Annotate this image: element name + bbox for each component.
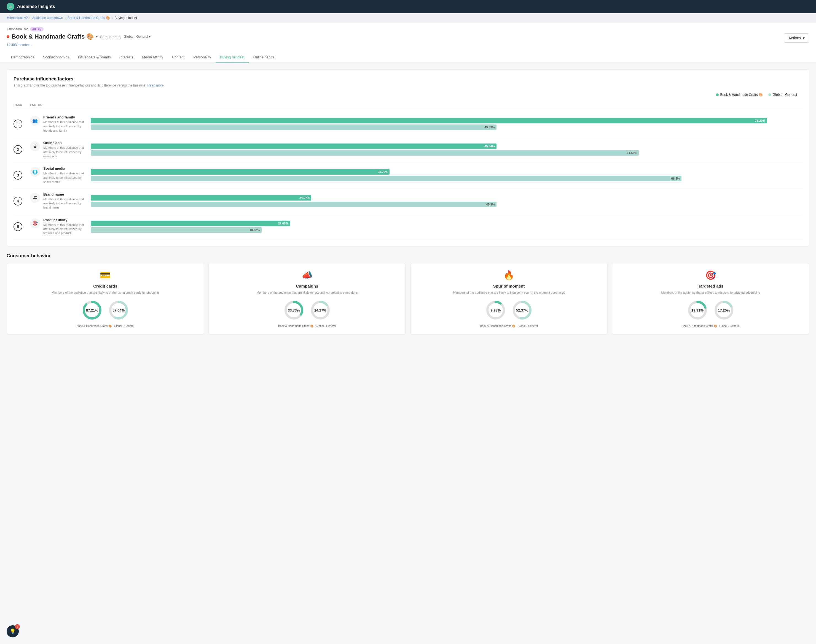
- bars-container: 24.97% 45.3%: [91, 195, 802, 207]
- tab-interests[interactable]: Interests: [115, 52, 138, 63]
- factor-desc: Members of this audience that are likely…: [43, 120, 86, 133]
- tab-personality[interactable]: Personality: [189, 52, 215, 63]
- consumer-name: Campaigns: [213, 284, 401, 288]
- donut-row: 33.73% 14.27%: [213, 299, 401, 321]
- tab-demographics[interactable]: Demographics: [7, 52, 38, 63]
- bar-global: 18.87%: [91, 227, 261, 233]
- bar-audience: 22.05%: [91, 221, 290, 226]
- breadcrumb-current: Buying mindset: [114, 16, 137, 20]
- label-global: Global - General: [316, 325, 336, 328]
- purchase-influence-card: Purchase influence factors This graph sh…: [7, 69, 809, 247]
- handle-label: #shopsmall v2: [7, 27, 28, 31]
- breadcrumb-item-3[interactable]: Book & Handmade Crafts 🎨: [68, 16, 110, 20]
- legend-dot-teal: [716, 94, 719, 96]
- donut-audience-label: 87.21%: [86, 308, 98, 312]
- tab-media-affinity[interactable]: Media affinity: [138, 52, 168, 63]
- consumer-desc: Members of the audience that are likely …: [213, 291, 401, 295]
- chart-column-headers: Rank Factor: [14, 101, 802, 109]
- actions-button[interactable]: Actions ▾: [784, 33, 809, 43]
- donut-audience: 87.21%: [81, 299, 103, 321]
- factor-row: 3 🌐 Social media Members of this audienc…: [14, 163, 802, 188]
- factor-name: Product utility: [43, 218, 86, 222]
- bars-container: 45.84% 61.56%: [91, 144, 802, 156]
- donut-global: 17.25%: [713, 299, 735, 321]
- factor-rows: 1 👥 Friends and family Members of this a…: [14, 111, 802, 240]
- bars-container: 76.29% 45.53%: [91, 118, 802, 130]
- factor-row: 5 🎯 Product utility Members of this audi…: [14, 214, 802, 240]
- purchase-card-title: Purchase influence factors: [14, 76, 802, 82]
- donut-global-label: 57.04%: [112, 308, 124, 312]
- consumer-behavior-section: Consumer behavior 💳 Credit cards Members…: [7, 253, 809, 334]
- bar-audience: 45.84%: [91, 144, 496, 149]
- consumer-labels: Book & Handmade Crafts 🎨 Global - Genera…: [617, 325, 805, 328]
- label-audience: Book & Handmade Crafts 🎨: [480, 325, 515, 328]
- legend-item-global: Global - General: [768, 93, 797, 97]
- read-more-link[interactable]: Read more: [147, 83, 163, 87]
- consumer-card: 🔥 Spur of moment Members of the audience…: [410, 263, 608, 334]
- tab-influencers-and-brands[interactable]: Influencers & brands: [73, 52, 115, 63]
- rank-badge: 2: [14, 145, 22, 154]
- rank-badge: 3: [14, 171, 22, 179]
- factor-info: 👥 Friends and family Members of this aud…: [30, 115, 91, 133]
- rank-badge: 4: [14, 197, 22, 205]
- factor-row: 1 👥 Friends and family Members of this a…: [14, 111, 802, 137]
- audience-name-label: Book & Handmade Crafts 🎨: [12, 33, 94, 40]
- bar-audience: 76.29%: [91, 118, 767, 123]
- donut-global-label: 14.27%: [314, 308, 326, 312]
- tab-content[interactable]: Content: [168, 52, 189, 63]
- consumer-labels: Book & Handmade Crafts 🎨 Global - Genera…: [415, 325, 603, 328]
- donut-audience: 9.98%: [485, 299, 507, 321]
- bar-global: 45.3%: [91, 202, 496, 207]
- rank-badge: 1: [14, 120, 22, 128]
- breadcrumb-item-2[interactable]: Audience breakdown: [32, 16, 63, 20]
- consumer-card: 💳 Credit cards Members of the audience t…: [7, 263, 204, 334]
- donut-audience: 33.73%: [283, 299, 305, 321]
- breadcrumb-item-1[interactable]: #shopsmall v2: [7, 16, 28, 20]
- consumer-card: 🎯 Targeted ads Members of the audience t…: [612, 263, 809, 334]
- factor-name: Brand name: [43, 192, 86, 196]
- donut-global: 57.04%: [108, 299, 129, 321]
- main-content: Purchase influence factors This graph sh…: [0, 63, 816, 341]
- label-global: Global - General: [518, 325, 538, 328]
- donut-row: 87.21% 57.04%: [11, 299, 199, 321]
- global-comparison-dropdown[interactable]: Global - General ▾: [124, 35, 151, 38]
- label-audience: Book & Handmade Crafts 🎨: [682, 325, 717, 328]
- consumer-name: Targeted ads: [617, 284, 805, 288]
- factor-icon: 🎯: [30, 218, 40, 228]
- factor-info: 🌐 Social media Members of this audience …: [30, 166, 91, 184]
- app-logo: a Audiense Insights: [7, 3, 55, 11]
- factor-row: 4 🏷 Brand name Members of this audience …: [14, 189, 802, 214]
- donut-global: 14.27%: [309, 299, 331, 321]
- compared-to-label: Compared to:: [100, 35, 121, 39]
- donut-global: 52.37%: [511, 299, 533, 321]
- tab-buying-mindset[interactable]: Buying mindset: [215, 52, 249, 63]
- bar-audience: 33.73%: [91, 169, 390, 175]
- page-header: #shopsmall v2 Affinity Book & Handmade C…: [0, 23, 816, 63]
- factor-desc: Members of this audience that are likely…: [43, 223, 86, 236]
- consumer-icon: 🔥: [415, 270, 603, 281]
- audience-dropdown-button[interactable]: ▾: [96, 35, 98, 38]
- factor-info: 🖥 Online ads Members of this audience th…: [30, 141, 91, 158]
- tab-online-habits[interactable]: Online habits: [249, 52, 279, 63]
- donut-audience: 19.91%: [687, 299, 708, 321]
- legend-item-audience: Book & Handmade Crafts 🎨: [716, 93, 763, 97]
- donut-audience-label: 9.98%: [491, 308, 501, 312]
- factor-row: 2 🖥 Online ads Members of this audience …: [14, 137, 802, 163]
- consumer-icon: 🎯: [617, 270, 805, 281]
- top-navigation: a Audiense Insights: [0, 0, 816, 13]
- consumer-labels: Book & Handmade Crafts 🎨 Global - Genera…: [11, 325, 199, 328]
- bar-global: 66.5%: [91, 176, 681, 181]
- bar-global: 61.56%: [91, 150, 639, 156]
- factor-icon: 🏷: [30, 193, 40, 203]
- consumer-grid: 💳 Credit cards Members of the audience t…: [7, 263, 809, 334]
- donut-global-label: 52.37%: [516, 308, 528, 312]
- consumer-desc: Members of the audience that are likely …: [617, 291, 805, 295]
- label-global: Global - General: [719, 325, 739, 328]
- legend-dot-light: [768, 94, 771, 96]
- donut-audience-label: 33.73%: [288, 308, 300, 312]
- tab-bar: DemographicsSocioeconomicsInfluencers & …: [7, 51, 809, 63]
- consumer-icon: 📣: [213, 270, 401, 281]
- tab-socioeconomics[interactable]: Socioeconomics: [38, 52, 74, 63]
- status-dot: [7, 35, 9, 38]
- donut-audience-label: 19.91%: [692, 308, 704, 312]
